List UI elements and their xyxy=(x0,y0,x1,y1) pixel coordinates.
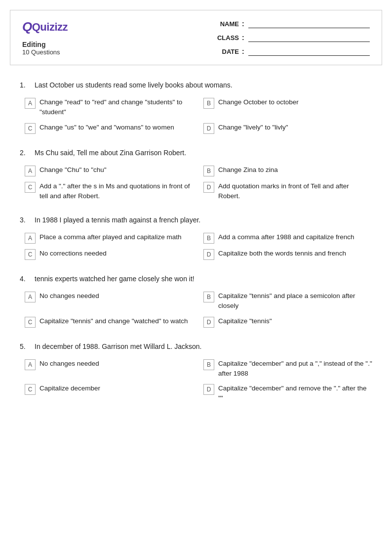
question-2-content: Ms Chu said, Tell me about Zina Garrison… xyxy=(35,148,186,158)
logo-section: QQuizizz Editing 10 Questions xyxy=(22,19,68,56)
name-field-row: NAME : xyxy=(212,19,370,28)
header: QQuizizz Editing 10 Questions NAME : CLA… xyxy=(22,19,370,56)
question-1-option-d[interactable]: DChange "lively" to "livly" xyxy=(203,123,372,134)
option-text-2-d: Add quotation marks in front of Tell and… xyxy=(218,181,372,202)
question-count: 10 Questions xyxy=(22,48,68,56)
logo-q: Q xyxy=(22,19,32,35)
question-3-option-b[interactable]: BAdd a comma after 1988 and capitalize f… xyxy=(203,232,372,244)
question-4-option-d[interactable]: DCapitalize "tennis" xyxy=(203,316,372,328)
fields-section: NAME : CLASS : DATE : xyxy=(212,19,370,56)
option-letter-b: B xyxy=(203,166,214,176)
option-letter-a: A xyxy=(25,233,36,244)
option-letter-d: D xyxy=(203,249,214,260)
option-text-1-d: Change "lively" to "livly" xyxy=(218,123,372,132)
question-5-option-c[interactable]: CCapitalize december xyxy=(25,384,194,404)
option-text-1-b: Change October to october xyxy=(218,97,372,107)
question-3: 3.In 1988 I played a tennis math against… xyxy=(20,215,372,260)
question-4-option-c[interactable]: CCapitalize "tennis" and change "watched… xyxy=(25,316,194,328)
question-4-option-a[interactable]: ANo changes needed xyxy=(25,291,194,311)
option-text-1-c: Change "us" to "we" and "womans" to wome… xyxy=(39,123,194,132)
question-3-option-d[interactable]: DCapitalize both the words tennis and fr… xyxy=(203,249,372,260)
question-5-option-d[interactable]: DCapitalize "december" and remove the ".… xyxy=(203,384,372,404)
question-3-number: 3. xyxy=(20,215,30,225)
header-card: QQuizizz Editing 10 Questions NAME : CLA… xyxy=(10,10,382,65)
question-1-option-b[interactable]: BChange October to october xyxy=(203,97,372,118)
option-text-3-d: Capitalize both the words tennis and fre… xyxy=(218,249,372,258)
question-5-number: 5. xyxy=(20,342,30,352)
option-text-5-c: Capitalize december xyxy=(39,384,194,393)
question-2-option-c[interactable]: CAdd a "." after the s in Ms and quotati… xyxy=(25,181,194,202)
question-5-content: In december of 1988. Garrison met Willar… xyxy=(35,342,201,352)
question-3-text: 3.In 1988 I played a tennis math against… xyxy=(20,215,372,225)
option-text-2-a: Change "Chu" to "chu" xyxy=(39,165,194,175)
option-text-5-a: No changes needed xyxy=(39,359,194,369)
option-text-4-d: Capitalize "tennis" xyxy=(218,316,372,326)
question-5-option-a[interactable]: ANo changes needed xyxy=(25,359,194,379)
question-1-content: Last October us students read some livel… xyxy=(35,80,233,90)
class-label: CLASS xyxy=(212,34,239,42)
option-text-2-b: Change Zina to zina xyxy=(218,165,372,175)
option-text-5-d: Capitalize "december" and remove the "."… xyxy=(218,384,372,404)
questions-section: 1.Last October us students read some liv… xyxy=(10,75,382,423)
question-2-option-d[interactable]: DAdd quotation marks in front of Tell an… xyxy=(203,181,372,202)
date-label: DATE xyxy=(212,48,239,55)
subject-title: Editing xyxy=(22,41,68,48)
class-line[interactable] xyxy=(248,33,370,42)
question-1-option-c[interactable]: CChange "us" to "we" and "womans" to wom… xyxy=(25,123,194,134)
logo: QQuizizz xyxy=(22,19,68,35)
question-5-options: ANo changes neededBCapitalize "december"… xyxy=(25,359,372,404)
date-field-row: DATE : xyxy=(212,47,370,56)
questions-container: 1.Last October us students read some liv… xyxy=(20,80,372,404)
option-text-3-a: Place a comma after played and capitaliz… xyxy=(39,232,194,242)
option-text-4-c: Capitalize "tennis" and change "watched"… xyxy=(39,316,194,326)
question-1-number: 1. xyxy=(20,80,30,90)
subtitle: Editing 10 Questions xyxy=(22,41,68,56)
name-label: NAME xyxy=(212,20,239,28)
option-text-1-a: Change "read" to "red" and change "stude… xyxy=(39,97,194,118)
question-2-text: 2.Ms Chu said, Tell me about Zina Garris… xyxy=(20,148,372,158)
option-text-4-a: No changes needed xyxy=(39,291,194,301)
option-letter-c: C xyxy=(25,317,36,328)
question-3-content: In 1988 I played a tennis math against a… xyxy=(35,215,200,225)
question-2-number: 2. xyxy=(20,148,30,158)
question-4-content: tennis experts watched her game closely … xyxy=(35,274,195,284)
option-letter-b: B xyxy=(203,98,214,109)
class-field-row: CLASS : xyxy=(212,33,370,42)
option-letter-a: A xyxy=(25,292,36,302)
option-letter-c: C xyxy=(25,123,36,134)
option-letter-a: A xyxy=(25,359,36,370)
question-1: 1.Last October us students read some liv… xyxy=(20,80,372,134)
option-letter-a: A xyxy=(25,98,36,109)
question-2-option-b[interactable]: BChange Zina to zina xyxy=(203,165,372,176)
question-2-option-a[interactable]: AChange "Chu" to "chu" xyxy=(25,165,194,176)
option-text-5-b: Capitalize "december" and put a "," inst… xyxy=(218,359,372,379)
option-text-2-c: Add a "." after the s in Ms and quotatio… xyxy=(39,181,194,202)
option-letter-c: C xyxy=(25,384,36,395)
option-letter-c: C xyxy=(25,249,36,260)
question-3-option-a[interactable]: APlace a comma after played and capitali… xyxy=(25,232,194,244)
logo-text: Quizizz xyxy=(32,21,68,34)
question-2: 2.Ms Chu said, Tell me about Zina Garris… xyxy=(20,148,372,202)
question-4: 4.tennis experts watched her game closel… xyxy=(20,274,372,328)
question-1-option-a[interactable]: AChange "read" to "red" and change "stud… xyxy=(25,97,194,118)
question-5-text: 5.In december of 1988. Garrison met Will… xyxy=(20,342,372,352)
question-3-option-c[interactable]: CNo corrections needed xyxy=(25,249,194,260)
question-3-options: APlace a comma after played and capitali… xyxy=(25,232,372,260)
question-4-options: ANo changes neededBCapitalize "tennis" a… xyxy=(25,291,372,328)
question-5-option-b[interactable]: BCapitalize "december" and put a "," ins… xyxy=(203,359,372,379)
option-letter-b: B xyxy=(203,359,214,370)
option-letter-c: C xyxy=(25,182,36,193)
option-letter-a: A xyxy=(25,166,36,176)
option-letter-b: B xyxy=(203,292,214,302)
option-text-3-b: Add a comma after 1988 and capitalize fr… xyxy=(218,232,372,242)
question-2-options: AChange "Chu" to "chu"BChange Zina to zi… xyxy=(25,165,372,202)
date-line[interactable] xyxy=(248,47,370,56)
option-letter-d: D xyxy=(203,123,214,134)
name-line[interactable] xyxy=(248,19,370,28)
question-1-text: 1.Last October us students read some liv… xyxy=(20,80,372,90)
option-letter-d: D xyxy=(203,182,214,193)
question-4-number: 4. xyxy=(20,274,30,284)
option-letter-d: D xyxy=(203,317,214,328)
question-4-option-b[interactable]: BCapitalize "tennis" and place a semicol… xyxy=(203,291,372,311)
option-text-4-b: Capitalize "tennis" and place a semicolo… xyxy=(218,291,372,311)
